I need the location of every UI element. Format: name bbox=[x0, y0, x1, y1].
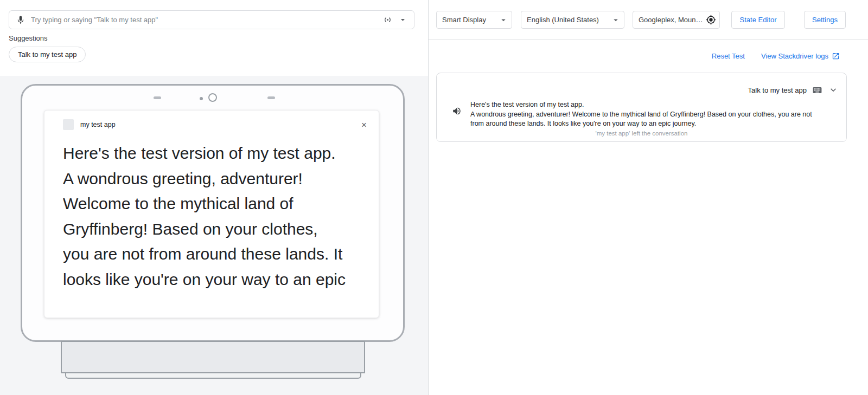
location-field[interactable]: Googleplex, Mountain ... bbox=[633, 11, 720, 29]
device-text-line: looks like you're on your way to an epic bbox=[63, 267, 360, 289]
language-select[interactable]: English (United States) bbox=[521, 11, 624, 29]
smart-display-frame: my test app × Here's the test version of… bbox=[21, 84, 405, 342]
device-sensor-pill-right bbox=[267, 96, 275, 99]
device-text-line: Welcome to the mythical land of bbox=[63, 191, 360, 217]
suggestion-chip[interactable]: Talk to my test app bbox=[9, 47, 86, 62]
simulator-input-bar[interactable] bbox=[9, 10, 414, 29]
expand-chevron-icon[interactable] bbox=[828, 85, 839, 95]
user-query-text: Talk to my test app bbox=[748, 86, 807, 94]
my-location-icon[interactable] bbox=[706, 15, 716, 25]
close-icon[interactable]: × bbox=[361, 120, 367, 129]
device-stand bbox=[61, 341, 365, 373]
external-link-icon bbox=[832, 52, 840, 60]
chevron-down-icon bbox=[611, 15, 621, 25]
response-body: A wondrous greeting, adventurer! Welcome… bbox=[470, 110, 826, 129]
user-query-row: Talk to my test app bbox=[748, 85, 839, 95]
language-select-value: English (United States) bbox=[527, 16, 611, 24]
surface-select[interactable]: Smart Display bbox=[436, 11, 512, 29]
response-intro: Here's the test version of my test app. bbox=[470, 100, 826, 110]
settings-button[interactable]: Settings bbox=[804, 11, 846, 29]
device-sensor-dot bbox=[200, 97, 203, 100]
actions-links-row: Reset Test View Stackdriver logs bbox=[429, 52, 840, 60]
audio-settings-icon[interactable] bbox=[382, 15, 393, 25]
agent-response-text: Here's the test version of my test app. … bbox=[470, 100, 826, 129]
app-placeholder-icon bbox=[63, 119, 74, 130]
reset-test-label: Reset Test bbox=[712, 52, 745, 60]
device-camera-ring bbox=[208, 93, 217, 102]
device-response-text: Here's the test version of my test app. … bbox=[63, 141, 360, 288]
reset-test-link[interactable]: Reset Test bbox=[712, 52, 745, 60]
conversation-status: 'my test app' left the conversation bbox=[437, 130, 846, 137]
device-sensor-pill-left bbox=[154, 96, 161, 99]
chevron-down-icon bbox=[499, 15, 508, 25]
conversation-card: Talk to my test app Here's the test vers… bbox=[436, 73, 847, 142]
query-input[interactable] bbox=[31, 16, 377, 24]
device-screen-header: my test app × bbox=[44, 111, 379, 133]
agent-response-row: Here's the test version of my test app. … bbox=[452, 100, 826, 129]
view-stackdriver-logs-link[interactable]: View Stackdriver logs bbox=[761, 52, 840, 60]
state-editor-button[interactable]: State Editor bbox=[731, 11, 785, 29]
device-text-line: A wondrous greeting, adventurer! bbox=[63, 166, 360, 192]
speaker-icon[interactable] bbox=[452, 106, 462, 129]
app-title: my test app bbox=[80, 121, 116, 128]
suggestions-label: Suggestions bbox=[9, 34, 48, 42]
surface-select-value: Smart Display bbox=[442, 16, 499, 24]
device-base bbox=[65, 373, 361, 379]
location-value: Googleplex, Mountain ... bbox=[639, 16, 704, 24]
toolbar-divider bbox=[429, 39, 868, 40]
device-text-line: Gryffinberg! Based on your clothes, bbox=[63, 217, 360, 242]
device-screen: my test app × Here's the test version of… bbox=[44, 110, 379, 318]
keyboard-icon bbox=[812, 85, 822, 95]
device-text-line: Here's the test version of my test app. bbox=[63, 141, 360, 166]
mic-icon[interactable] bbox=[16, 15, 25, 25]
audio-dropdown-caret-icon[interactable] bbox=[398, 15, 407, 24]
view-logs-label: View Stackdriver logs bbox=[761, 52, 828, 60]
device-text-line: you are not from around these lands. It bbox=[63, 242, 360, 267]
